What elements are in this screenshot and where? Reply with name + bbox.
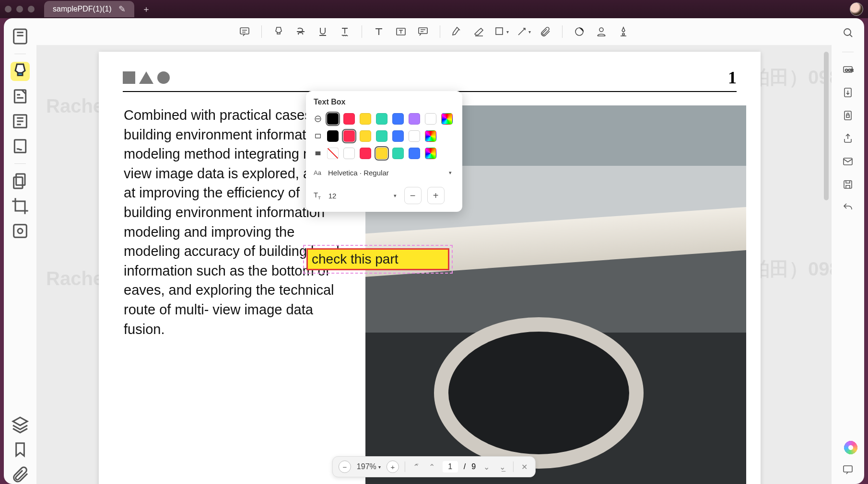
page-copy-button[interactable] [11,172,30,191]
pen-button[interactable] [448,23,466,41]
highlight-tool-button[interactable] [11,62,30,81]
signature-button[interactable] [614,23,633,41]
font-size-decrease-button[interactable]: − [404,187,422,204]
close-bar-button[interactable]: ✕ [519,462,529,472]
right-toolbar: OCR [832,18,864,484]
color-swatch[interactable] [392,113,404,125]
callout-button[interactable] [414,23,432,41]
color-swatch[interactable] [392,130,404,142]
vertical-scrollbar-thumb[interactable] [824,52,829,200]
textbox-button[interactable] [392,23,410,41]
font-size-value: 12 [328,192,337,200]
eraser-button[interactable] [470,23,488,41]
stamp-button[interactable] [570,23,588,41]
redact-tool-button[interactable] [11,221,30,241]
rename-tab-icon[interactable]: ✎ [118,4,126,14]
page-number: 1 [728,68,737,88]
prev-page-button[interactable]: ⌃ [427,462,437,472]
last-page-button[interactable]: ⌄̲ [497,462,507,472]
color-swatch[interactable] [392,148,404,159]
squiggly-button[interactable] [336,23,354,41]
first-page-button[interactable]: ⌃̄ [411,462,421,472]
underline-button[interactable] [314,23,332,41]
undo-button[interactable] [842,202,854,215]
separator [440,25,440,38]
color-swatch[interactable] [425,130,436,142]
border-color-icon [314,132,322,140]
close-window-button[interactable] [5,6,12,12]
zoom-level-value: 197% [357,462,376,471]
color-swatch[interactable] [425,113,436,125]
bookmarks-button[interactable] [11,440,30,459]
note-tool-button[interactable] [11,87,30,106]
svg-rect-21 [844,181,852,188]
shape-button[interactable] [492,23,510,41]
font-family-row: Aa Helvetica · Regular [314,165,455,180]
color-swatch[interactable] [441,113,453,125]
comment-button[interactable] [235,23,254,41]
font-size-dropdown[interactable]: 12 [327,188,399,203]
line-arrow-button[interactable] [514,23,532,41]
color-swatch[interactable] [343,113,355,125]
maximize-window-button[interactable] [28,6,35,12]
layers-button[interactable] [11,415,30,434]
svg-rect-19 [846,115,849,117]
color-swatch[interactable] [327,113,339,125]
color-swatch[interactable] [425,148,436,159]
svg-point-7 [18,229,23,233]
zoom-page-bar: − 197% ▾ + ⌃̄ ⌃ / 9 ⌄ ⌄̲ ✕ [332,456,536,477]
comments-panel-button[interactable] [842,464,854,477]
protect-button[interactable] [842,110,854,123]
color-swatch[interactable] [360,148,371,159]
email-button[interactable] [842,156,854,169]
strikethrough-button[interactable] [292,23,310,41]
color-swatch[interactable] [327,148,339,159]
separator [14,54,26,54]
reader-tool-button[interactable] [11,112,30,131]
profile-stamp-button[interactable] [592,23,610,41]
page-number-input[interactable] [443,461,458,472]
crop-tool-button[interactable] [11,196,30,216]
color-swatch[interactable] [360,130,371,142]
color-swatch[interactable] [327,130,339,142]
fill-color-row [314,148,455,159]
font-family-dropdown[interactable]: Helvetica · Regular [328,165,455,180]
color-swatch[interactable] [409,130,420,142]
text-button[interactable] [370,23,388,41]
save-button[interactable] [842,179,854,192]
font-icon: Aa [314,169,322,176]
textbox-annotation[interactable]: check this part [306,248,449,270]
font-size-increase-button[interactable]: + [427,187,445,204]
page-total: 9 [471,462,476,471]
color-swatch[interactable] [376,148,387,159]
ocr-button[interactable]: OCR [842,64,854,77]
color-swatch[interactable] [360,113,371,125]
color-swatch[interactable] [343,130,355,142]
thumbnails-panel-button[interactable] [11,27,30,46]
document-tab[interactable]: samplePDF(1)(1) ✎ [44,1,134,17]
attachment-button[interactable] [536,23,554,41]
share-button[interactable] [842,133,854,146]
fill-sign-tool-button[interactable] [11,137,30,156]
attachments-button[interactable] [11,465,30,484]
separator [362,25,362,38]
document-viewport[interactable]: Rachel（袁柏田）0980 Rachel（袁柏田）0980 Rachel（袁… [36,45,832,484]
zoom-in-button[interactable]: + [387,461,399,473]
svg-rect-24 [316,134,321,138]
header-shapes-icon [123,71,170,84]
next-page-button[interactable]: ⌄ [481,462,492,472]
user-avatar[interactable] [850,2,863,16]
color-swatch[interactable] [409,148,420,159]
highlighter-button[interactable] [270,23,288,41]
color-swatch[interactable] [376,113,387,125]
zoom-out-button[interactable]: − [339,461,351,473]
zoom-level-dropdown[interactable]: 197% ▾ [357,462,381,471]
add-tab-button[interactable]: ＋ [142,3,151,15]
convert-button[interactable] [842,87,854,100]
color-swatch[interactable] [343,148,355,159]
color-swatch[interactable] [376,130,387,142]
color-swatch[interactable] [409,113,420,125]
minimize-window-button[interactable] [16,6,23,12]
svg-rect-25 [316,151,321,155]
search-button[interactable] [842,27,854,40]
